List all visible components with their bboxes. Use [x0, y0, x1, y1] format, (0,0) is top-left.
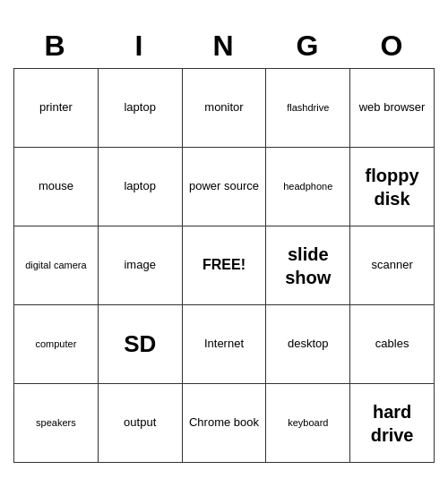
header-i: I: [98, 24, 182, 68]
cell-1-0: mouse: [14, 148, 99, 226]
cell-0-0: printer: [14, 69, 99, 148]
cell-3-4: cables: [350, 305, 435, 384]
cell-1-3: headphone: [266, 148, 350, 226]
cell-4-2: Chrome book: [182, 384, 266, 463]
cell-1-1: laptop: [98, 148, 182, 226]
cell-1-4: floppy disk: [350, 148, 435, 226]
cell-2-1: image: [98, 226, 182, 305]
cell-0-4: web browser: [350, 69, 435, 148]
cell-3-3: desktop: [266, 305, 350, 384]
bingo-grid: printerlaptopmonitorflashdriveweb browse…: [13, 68, 435, 463]
cell-4-3: keyboard: [266, 384, 350, 463]
cell-2-4: scanner: [350, 226, 435, 305]
header-b: B: [13, 24, 98, 68]
cell-0-1: laptop: [98, 69, 182, 148]
cell-0-3: flashdrive: [266, 69, 350, 148]
cell-3-0: computer: [14, 305, 99, 384]
cell-2-0: digital camera: [14, 226, 99, 305]
cell-3-2: Internet: [182, 305, 266, 384]
cell-0-2: monitor: [182, 69, 266, 148]
cell-4-4: hard drive: [350, 384, 435, 463]
cell-4-0: speakers: [14, 384, 99, 463]
cell-1-2: power source: [182, 148, 266, 226]
cell-3-1: SD: [98, 305, 182, 384]
bingo-header: B I N G O: [13, 24, 435, 68]
cell-2-3: slide show: [266, 226, 350, 305]
header-g: G: [266, 24, 350, 68]
cell-2-2: FREE!: [182, 226, 266, 305]
cell-4-1: output: [98, 384, 182, 463]
header-o: O: [350, 24, 435, 68]
header-n: N: [182, 24, 266, 68]
